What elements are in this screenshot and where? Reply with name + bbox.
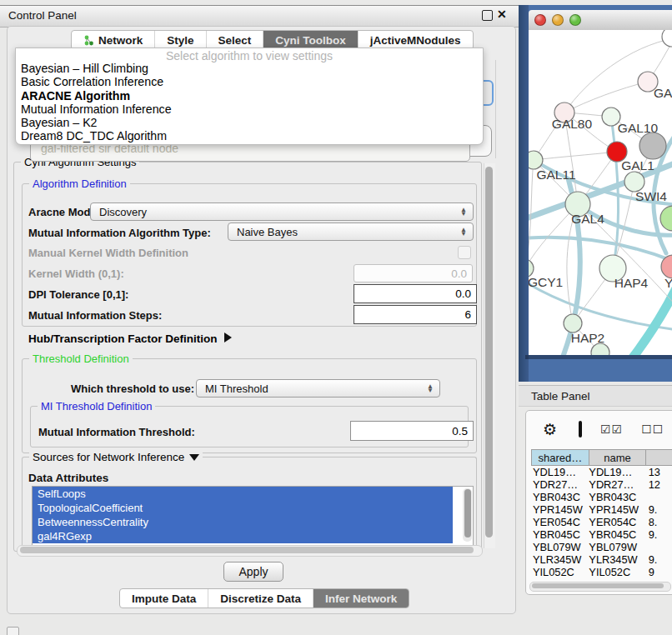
column-header-name[interactable]: name xyxy=(589,449,647,466)
kernel-width-field[interactable]: 0.0 xyxy=(354,264,473,282)
mi-threshold-group-title: MI Threshold Definition xyxy=(38,400,155,412)
close-traffic-icon[interactable] xyxy=(534,14,546,26)
network-node[interactable] xyxy=(639,132,666,159)
dpi-tolerance-field[interactable]: 0.0 xyxy=(354,284,477,303)
list-scrollbar-thumb[interactable] xyxy=(464,489,471,538)
node-label: GAL11 xyxy=(536,168,575,182)
aracne-mode-combo[interactable]: Discovery ▲▼ xyxy=(90,202,474,221)
column-header-shared[interactable]: shared… xyxy=(531,449,589,466)
tab-style[interactable]: Style xyxy=(155,31,206,49)
network-window-titlebar[interactable] xyxy=(529,10,672,31)
column-header[interactable] xyxy=(646,449,672,466)
data-attributes-label: Data Attributes xyxy=(28,472,108,484)
table-cell: YBR045C xyxy=(531,528,587,541)
tab-select[interactable]: Select xyxy=(207,31,264,49)
dock-panel-icon[interactable] xyxy=(7,627,19,635)
sources-group-title[interactable]: Sources for Network Inference xyxy=(29,451,203,463)
table-row[interactable]: YBR043CYBR043C xyxy=(531,491,672,503)
table-row[interactable]: YDL19…YDL19…13 xyxy=(531,466,672,478)
gear-icon[interactable]: ⚙ xyxy=(543,420,557,439)
apply-button[interactable]: Apply xyxy=(223,562,283,582)
network-edge[interactable] xyxy=(534,152,617,160)
network-edge[interactable] xyxy=(529,238,672,263)
table-hscrollbar-thumb[interactable] xyxy=(532,583,664,588)
table-cell: YDR27… xyxy=(531,478,587,491)
table-cell: YIL052C xyxy=(531,566,587,578)
attribute-item[interactable]: SelfLoops xyxy=(33,487,453,501)
table-hscrollbar-track[interactable] xyxy=(529,582,671,592)
threshold-definition-title: Threshold Definition xyxy=(29,352,133,365)
mi-steps-label: Mutual Information Steps: xyxy=(28,309,162,322)
table-cell: YLR345W xyxy=(531,553,587,566)
tab-impute-data[interactable]: Impute Data xyxy=(120,589,208,608)
algorithm-option[interactable]: Basic Correlation Inference xyxy=(16,75,483,88)
network-edge[interactable] xyxy=(627,280,672,355)
mi-threshold-label: Mutual Information Threshold: xyxy=(38,426,195,438)
stepper-arrows-icon: ▲▼ xyxy=(460,228,467,236)
tab-cyni-toolbox[interactable]: Cyni Toolbox xyxy=(263,31,359,49)
node-table: shared…name YDL19…YDL19…13YDR27…YDR27…12… xyxy=(531,449,672,578)
checked-pair-icon[interactable]: ☑☑ xyxy=(600,422,623,436)
table-row[interactable]: YBR045CYBR045C9. xyxy=(531,528,672,541)
algorithm-option[interactable]: Mutual Information Inference xyxy=(16,102,483,116)
network-node-gal11[interactable] xyxy=(529,151,543,169)
network-canvas[interactable]: GALGAL80GAL10GAL1GAL11SWI4GAL4GCY1HAP4YH… xyxy=(529,30,672,355)
tab-infer-network[interactable]: Infer Network xyxy=(313,589,409,608)
horizontal-scrollbar-thumb[interactable] xyxy=(20,547,474,553)
table-row[interactable]: YIL052CYIL052C9 xyxy=(531,566,672,578)
table-cell: 9. xyxy=(644,503,672,516)
columns-icon[interactable] xyxy=(579,421,582,438)
mi-algorithm-combo[interactable]: Naive Bayes ▲▼ xyxy=(228,222,474,241)
algorithm-option[interactable]: ARACNE Algorithm xyxy=(16,89,483,102)
table-panel-title: Table Panel xyxy=(531,390,590,402)
table-row[interactable]: YDR27…YDR27…12 xyxy=(531,478,672,491)
attribute-item[interactable]: TopologicalCoefficient xyxy=(33,501,453,515)
mi-steps-field[interactable]: 6 xyxy=(354,305,477,324)
table-row[interactable]: YPR145WYPR145W9. xyxy=(531,503,672,516)
mi-threshold-field[interactable]: 0.5 xyxy=(350,421,474,441)
tab-network[interactable]: Network xyxy=(72,31,155,49)
network-icon xyxy=(83,35,94,46)
minimize-traffic-icon[interactable] xyxy=(552,14,564,26)
table-row[interactable]: YBL079WYBL079W xyxy=(531,541,672,553)
tab-discretize-data[interactable]: Discretize Data xyxy=(208,589,313,608)
table-row[interactable]: YER054CYER054C8. xyxy=(531,516,672,528)
stepper-arrows-icon: ▲▼ xyxy=(427,384,434,392)
table-cell: YBR045C xyxy=(587,528,643,541)
network-node[interactable] xyxy=(662,30,672,47)
node-label: SWI4 xyxy=(635,189,667,203)
table-panel: ⚙ ☑☑ ☐☐ shared…name YDL19…YDL19…13YDR27…… xyxy=(525,410,672,595)
network-node-hap2[interactable] xyxy=(564,314,582,332)
node-label: Y xyxy=(664,276,672,290)
tab-label: Cyni Toolbox xyxy=(275,34,346,47)
attribute-item[interactable]: BetweennessCentrality xyxy=(33,515,453,529)
table-row[interactable]: YLR345WYLR345W9. xyxy=(531,553,672,566)
table-cell xyxy=(644,541,672,553)
network-node[interactable] xyxy=(591,343,609,355)
table-cell: YBR043C xyxy=(587,491,643,503)
manual-kernel-checkbox[interactable] xyxy=(458,246,471,259)
table-toolbar: ⚙ ☑☑ ☐☐ xyxy=(526,418,672,441)
table-cell: 9. xyxy=(644,528,672,541)
attribute-item[interactable]: gal4RGexp xyxy=(33,529,453,543)
data-attributes-list[interactable]: SelfLoopsTopologicalCoefficientBetweenne… xyxy=(32,486,474,546)
table-cell: YER054C xyxy=(531,516,587,528)
close-icon[interactable]: ✕ xyxy=(497,8,507,21)
table-cell: YLR345W xyxy=(587,553,643,566)
tab-jactivemnodules[interactable]: jActiveMNodules xyxy=(359,31,473,49)
table-cell: YDL19… xyxy=(587,466,643,478)
table-cell: 12 xyxy=(644,478,672,491)
network-node[interactable] xyxy=(660,206,672,231)
node-label: GAL4 xyxy=(571,212,604,226)
node-label: GAL1 xyxy=(621,158,654,172)
which-threshold-combo[interactable]: MI Threshold ▲▼ xyxy=(196,379,440,398)
algorithm-option[interactable]: Bayesian – Hill Climbing xyxy=(16,62,483,75)
algorithm-option[interactable]: Dream8 DC_TDC Algorithm xyxy=(16,129,483,142)
hub-definition-expander[interactable]: Hub/Transcription Factor Definition xyxy=(28,332,232,345)
settings-scrollbar-thumb[interactable] xyxy=(485,167,493,538)
table-panel-titlebar: Table Panel xyxy=(519,385,672,407)
zoom-traffic-icon[interactable] xyxy=(569,14,581,26)
unchecked-pair-icon[interactable]: ☐☐ xyxy=(641,422,664,436)
algorithm-option[interactable]: Bayesian – K2 xyxy=(16,116,483,129)
float-window-icon[interactable] xyxy=(482,10,493,21)
